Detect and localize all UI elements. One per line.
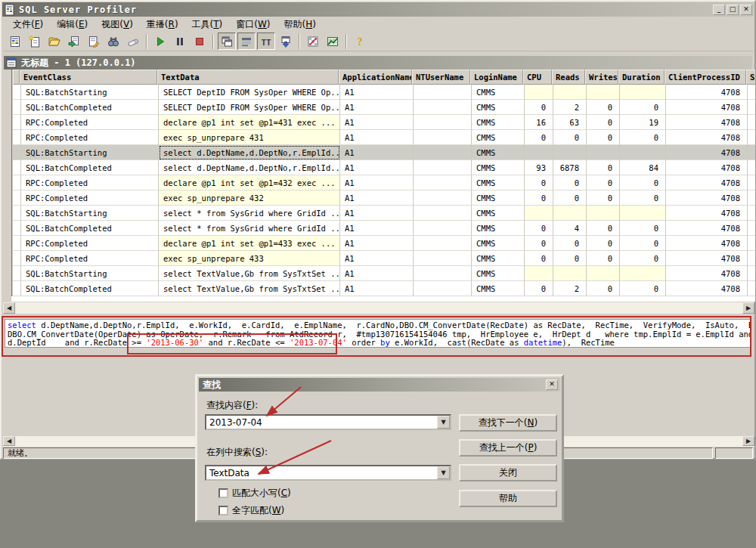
- column-header-cpid[interactable]: ClientProcessID: [665, 70, 746, 85]
- menu-edit[interactable]: 编辑(E): [50, 17, 94, 33]
- cell-sel: [13, 206, 21, 221]
- maximize-button[interactable]: □: [727, 5, 739, 15]
- open-trace-icon[interactable]: [45, 33, 64, 50]
- menu-replay[interactable]: 重播(R): [140, 17, 185, 33]
- cell-cpid: 4708: [666, 175, 748, 190]
- save-trace-icon[interactable]: [65, 33, 83, 50]
- cell-nt: [414, 221, 472, 236]
- stop-icon[interactable]: [191, 33, 209, 50]
- column-header-dur[interactable]: Duration: [618, 70, 665, 85]
- cascade-windows-icon[interactable]: [218, 33, 236, 50]
- find-what-combobox[interactable]: 2013-07-04 ▼: [205, 414, 451, 430]
- sql-line: d.DeptId and r.RecDate >= '2013-06-30' a…: [8, 339, 751, 348]
- new-trace-icon[interactable]: [26, 33, 44, 50]
- column-header-reads[interactable]: Reads: [552, 70, 585, 85]
- filter-grid-icon[interactable]: [304, 33, 322, 50]
- search-in-column-combobox[interactable]: TextData ▼: [205, 465, 451, 481]
- table-row[interactable]: SQL:BatchCompletedselect * from SysGrid …: [13, 221, 755, 236]
- column-header-nt[interactable]: NTUserName: [412, 70, 470, 85]
- cell-cpu: [525, 266, 553, 281]
- table-row[interactable]: RPC:Completedexec sp_unprepare 432A1CMMS…: [13, 190, 755, 206]
- cell-cpu: [525, 85, 553, 100]
- cell-dur: 19: [620, 115, 666, 130]
- column-header-text[interactable]: TextData: [157, 70, 339, 85]
- cell-writes: [587, 145, 620, 160]
- close-find-button[interactable]: 关闭: [459, 464, 557, 481]
- cell-event: RPC:Completed: [21, 236, 159, 251]
- table-row[interactable]: SQL:BatchCompletedSELECT DeptID FROM Sys…: [13, 100, 755, 115]
- chart-icon[interactable]: [324, 33, 342, 50]
- cell-dur: 0: [620, 100, 666, 115]
- table-row[interactable]: SQL:BatchCompletedselect TextValue,Gb fr…: [13, 281, 755, 296]
- start-replay-icon[interactable]: [151, 33, 169, 50]
- find-next-button[interactable]: 查找下一个(N): [459, 414, 557, 432]
- table-row[interactable]: SQL:BatchStartingSELECT DeptID FROM SysO…: [13, 85, 755, 100]
- title-bar: SQL Server Profiler _ □ ✕: [2, 2, 754, 17]
- table-row[interactable]: SQL:BatchStartingselect TextValue,Gb fro…: [13, 266, 755, 281]
- cell-reads: 0: [553, 190, 587, 206]
- move-window-icon[interactable]: [277, 33, 295, 50]
- column-header-cpu[interactable]: CPU: [523, 70, 552, 85]
- table-row[interactable]: SQL:BatchCompletedselect d.DeptName,d.De…: [13, 160, 755, 175]
- table-row[interactable]: SQL:BatchStartingselect * from SysGrid w…: [13, 206, 755, 221]
- cell-login: CMMS: [472, 281, 525, 296]
- find-dialog-close-icon[interactable]: ✕: [546, 379, 558, 390]
- cell-event: SQL:BatchCompleted: [21, 221, 159, 236]
- column-header-spid[interactable]: SPID: [746, 70, 755, 85]
- cell-app: A1: [340, 85, 414, 100]
- column-header-app[interactable]: ApplicationName: [339, 70, 412, 85]
- help-icon[interactable]: ?: [351, 33, 369, 50]
- cell-nt: [414, 115, 472, 130]
- find-icon[interactable]: [104, 33, 122, 50]
- cell-spid: [748, 206, 755, 221]
- cell-writes: 0: [587, 221, 620, 236]
- trace-properties-icon[interactable]: [6, 33, 24, 50]
- table-row[interactable]: RPC:Completedexec sp_unprepare 431A1CMMS…: [13, 130, 755, 145]
- cell-text: select * from SysGrid where GridId ...: [159, 221, 340, 236]
- rows-view-icon[interactable]: [237, 33, 256, 50]
- column-header-event[interactable]: EventClass: [20, 70, 157, 85]
- menu-tools[interactable]: 工具(T): [185, 17, 230, 33]
- scroll-right-icon[interactable]: ▶: [742, 436, 754, 446]
- column-header-login[interactable]: LoginName: [470, 70, 523, 85]
- help-button[interactable]: 帮助: [459, 490, 557, 507]
- close-button[interactable]: ✕: [740, 5, 752, 15]
- pause-icon[interactable]: [171, 33, 189, 50]
- column-header-writes[interactable]: Writes: [585, 70, 618, 85]
- chevron-down-icon[interactable]: ▼: [437, 466, 450, 479]
- cell-reads: 4: [553, 221, 587, 236]
- cell-cpid: 4708: [666, 85, 748, 100]
- sql-text-panel[interactable]: select d.DeptName,d.DeptNo,r.EmplId, e.W…: [5, 319, 751, 348]
- table-row[interactable]: RPC:Completeddeclare @p1 int set @p1=431…: [13, 115, 755, 130]
- menu-window[interactable]: 窗口(W): [229, 17, 277, 33]
- table-row[interactable]: RPC:Completeddeclare @p1 int set @p1=433…: [13, 236, 755, 251]
- svg-text:?: ?: [358, 36, 363, 48]
- menu-file[interactable]: 文件(F): [6, 17, 50, 33]
- table-row[interactable]: SQL:BatchStartingselect d.DeptName,d.Dep…: [13, 145, 755, 160]
- whole-word-checkbox[interactable]: [218, 506, 228, 515]
- chevron-down-icon[interactable]: ▼: [437, 416, 450, 429]
- table-row[interactable]: RPC:Completeddeclare @p1 int set @p1=432…: [13, 175, 755, 190]
- table-row[interactable]: RPC:Completedexec sp_unprepare 433A1CMMS…: [13, 251, 755, 266]
- cell-dur: 0: [620, 236, 666, 251]
- cell-login: CMMS: [472, 206, 525, 221]
- menu-help[interactable]: 帮助(H): [277, 17, 323, 33]
- cell-reads: [553, 145, 587, 160]
- properties-icon[interactable]: [85, 33, 103, 50]
- scroll-right-icon[interactable]: ▶: [742, 302, 754, 314]
- minimize-button[interactable]: _: [713, 5, 725, 15]
- whole-word-option[interactable]: 全字匹配(W): [218, 504, 284, 517]
- match-case-checkbox[interactable]: [218, 488, 228, 498]
- scroll-left-icon[interactable]: ◀: [3, 302, 15, 314]
- grid-horizontal-scrollbar[interactable]: ◀ ▶: [3, 302, 754, 314]
- menu-view[interactable]: 视图(V): [94, 17, 140, 33]
- scroll-left-icon[interactable]: ◀: [3, 436, 15, 446]
- cell-spid: [748, 100, 755, 115]
- cell-app: A1: [340, 175, 414, 190]
- clear-trace-icon[interactable]: [124, 33, 142, 50]
- text-view-icon[interactable]: TT: [257, 33, 275, 50]
- find-previous-button[interactable]: 查找上一个(P): [459, 439, 557, 457]
- match-case-option[interactable]: 匹配大小写(C): [218, 487, 291, 500]
- column-header-sel[interactable]: [13, 70, 20, 85]
- cell-writes: [587, 206, 620, 221]
